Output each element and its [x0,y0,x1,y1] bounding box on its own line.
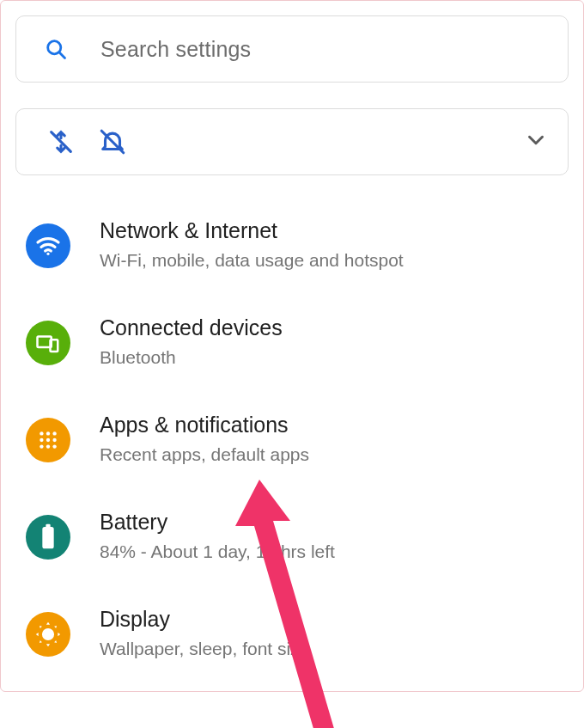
svg-point-15 [52,444,56,448]
setting-subtitle: Wi-Fi, mobile, data usage and hotspot [100,250,404,271]
data-off-icon [35,127,87,156]
bell-off-icon [87,127,138,156]
svg-rect-16 [42,527,53,548]
setting-title: Connected devices [100,315,283,340]
svg-point-8 [46,431,50,435]
setting-title: Network & Internet [100,218,404,243]
setting-subtitle: Wallpaper, sleep, font size [100,639,309,659]
svg-point-12 [52,438,56,442]
devices-icon [26,321,70,365]
search-placeholder: Search settings [100,37,251,62]
svg-point-4 [46,253,49,255]
setting-subtitle: Recent apps, default apps [100,444,309,465]
setting-row-battery[interactable]: Battery 84% - About 1 day, 16 hrs left [26,506,569,603]
setting-row-display[interactable]: Display Wallpaper, sleep, font size [26,603,569,676]
wifi-icon [26,223,70,268]
svg-point-9 [52,431,56,435]
setting-subtitle: Bluetooth [100,347,283,368]
svg-point-10 [40,438,43,442]
quick-toggles-bar[interactable] [15,108,569,175]
brightness-icon [26,612,70,657]
chevron-down-icon[interactable] [523,127,549,156]
svg-point-11 [46,438,50,442]
apps-grid-icon [26,418,70,462]
setting-subtitle: 84% - About 1 day, 16 hrs left [100,541,335,562]
svg-line-1 [59,52,64,58]
svg-rect-17 [46,524,50,528]
setting-row-connected[interactable]: Connected devices Bluetooth [26,312,569,409]
search-bar[interactable]: Search settings [15,15,569,83]
svg-point-13 [40,444,43,448]
svg-point-14 [46,444,50,448]
search-icon [44,37,68,61]
settings-list: Network & Internet Wi-Fi, mobile, data u… [15,215,569,676]
setting-title: Apps & notifications [100,413,309,437]
setting-row-apps[interactable]: Apps & notifications Recent apps, defaul… [26,409,569,506]
setting-title: Battery [100,510,335,535]
setting-row-network[interactable]: Network & Internet Wi-Fi, mobile, data u… [26,215,569,312]
battery-icon [26,515,70,560]
setting-title: Display [100,607,309,632]
svg-point-18 [43,629,52,639]
svg-point-7 [40,431,43,435]
